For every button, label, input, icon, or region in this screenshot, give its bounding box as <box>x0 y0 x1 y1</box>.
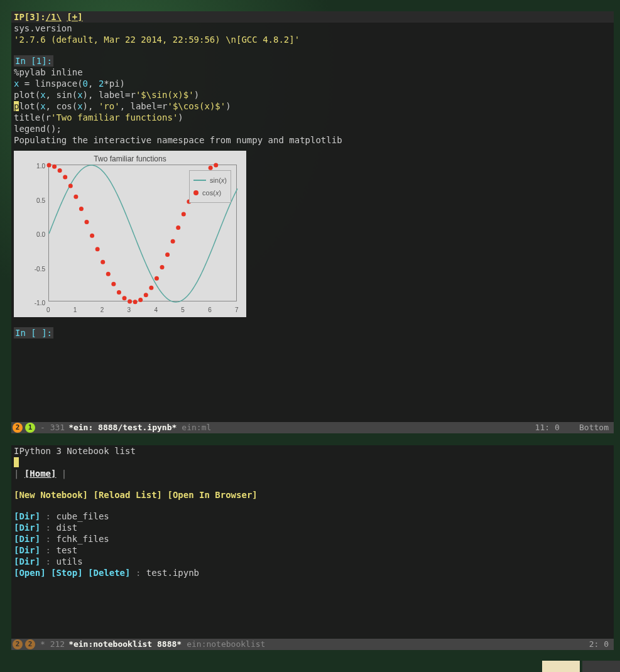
svg-point-6 <box>79 207 84 211</box>
x-tick: 4 <box>154 305 158 316</box>
dir-row: [Dir] : utils <box>14 556 611 567</box>
dir-name: test <box>56 545 77 555</box>
svg-point-23 <box>171 239 175 244</box>
y-tick: 0.0 <box>26 229 45 241</box>
dir-button[interactable]: [Dir] <box>14 523 40 533</box>
taskbar-button-1[interactable] <box>542 661 580 672</box>
open-in-browser-button[interactable]: [Open In Browser] <box>167 490 257 500</box>
dir-button[interactable]: [Dir] <box>14 545 40 555</box>
text-cursor-2 <box>14 457 19 467</box>
svg-point-3 <box>63 175 67 180</box>
x-tick: 5 <box>181 305 185 316</box>
taskbar-button-2[interactable] <box>582 661 620 672</box>
legend-sin: sin(x) <box>210 175 227 186</box>
file-open-button[interactable]: [Open] <box>14 568 46 578</box>
scroll-pos: Bottom <box>579 423 609 432</box>
svg-point-0 <box>47 163 52 168</box>
badge-warn: 2 <box>13 423 23 433</box>
cell1[interactable]: In [1]: %pylab inline x = linspace(0, 2*… <box>11 55 614 146</box>
svg-point-13 <box>117 290 121 295</box>
chart-legend: sin(x) cos(x) <box>189 170 231 203</box>
legend-line-icon <box>193 180 206 181</box>
svg-point-18 <box>144 293 148 297</box>
svg-point-4 <box>68 184 73 188</box>
svg-point-30 <box>209 166 213 170</box>
dir-name: fchk_files <box>56 534 109 544</box>
nblist-title: IPython 3 Notebook list <box>14 445 611 457</box>
buffer-name: *ein: 8888/test.ipynb* <box>68 422 177 433</box>
svg-point-9 <box>95 247 100 251</box>
major-mode: ein:ml <box>182 422 211 433</box>
dir-row: [Dir] : fchk_files <box>14 533 611 545</box>
dir-button[interactable]: [Dir] <box>14 511 40 521</box>
major-mode-2: ein:notebooklist <box>187 639 265 650</box>
tab-1[interactable]: /1\ <box>46 11 62 23</box>
svg-point-1 <box>52 165 57 169</box>
x-tick: 6 <box>208 305 212 316</box>
file-delete-button[interactable]: [Delete] <box>88 568 130 578</box>
svg-point-15 <box>128 299 132 303</box>
badge-warn-2: 2 <box>25 639 35 649</box>
file-name: test.ipynb <box>146 568 199 578</box>
svg-point-10 <box>101 260 105 264</box>
cell0-code: sys.version <box>14 23 611 34</box>
top-header: IP[3]: /1\ [+] <box>11 11 614 23</box>
chart-output: Two familiar functions sin(x) cos(x) -1.… <box>14 151 246 317</box>
dir-name: utils <box>56 556 82 566</box>
modeline-bottom: 2 2 * 212 *ein:notebooklist 8888* ein:no… <box>11 639 614 650</box>
cell0-result: '2.7.6 (default, Mar 22 2014, 22:59:56) … <box>14 34 611 45</box>
buffer-name-2: *ein:notebooklist 8888* <box>68 639 182 650</box>
reload-list-button[interactable]: [Reload List] <box>93 490 162 500</box>
svg-point-24 <box>176 225 180 230</box>
svg-point-17 <box>138 298 143 302</box>
taskbar <box>540 661 620 672</box>
dir-row: [Dir] : cube_files <box>14 511 611 522</box>
y-tick: 1.0 <box>26 161 45 172</box>
code-line: legend(); <box>14 123 611 134</box>
cursor-pos: 11: 0 <box>535 423 560 432</box>
x-tick: 3 <box>128 305 131 316</box>
file-stop-button[interactable]: [Stop] <box>51 568 83 578</box>
cell0-output: sys.version '2.7.6 (default, Mar 22 2014… <box>11 23 614 45</box>
svg-point-11 <box>106 272 111 276</box>
x-tick: 7 <box>235 305 239 316</box>
dir-name: cube_files <box>56 511 109 521</box>
new-notebook-button[interactable]: [New Notebook] <box>14 490 88 500</box>
legend-dot-icon <box>193 190 199 195</box>
svg-point-19 <box>149 286 153 290</box>
code-line: %pylab inline <box>14 67 611 78</box>
x-tick: 2 <box>101 305 104 316</box>
dir-button[interactable]: [Dir] <box>14 534 40 544</box>
svg-point-7 <box>85 220 89 224</box>
file-row: [Open] [Stop] [Delete] : test.ipynb <box>14 567 611 578</box>
dir-button[interactable]: [Dir] <box>14 556 40 566</box>
modeline-top: 2 1 - 331 *ein: 8888/test.ipynb* ein:ml … <box>11 422 614 433</box>
notebook-list-window: IPython 3 Notebook list | [Home] | [New … <box>11 445 614 650</box>
dir-row: [Dir] : test <box>14 545 611 556</box>
code-line: x = linspace(0, 2*pi) <box>14 78 611 89</box>
badge-warn: 2 <box>13 639 23 649</box>
y-tick: -1.0 <box>26 298 45 309</box>
code-line: title(r'Two familiar functions') <box>14 112 611 123</box>
svg-point-16 <box>133 300 138 304</box>
svg-point-8 <box>90 234 94 238</box>
svg-point-2 <box>58 168 62 173</box>
empty-cell[interactable]: In [ ]: <box>11 327 614 339</box>
x-tick: 1 <box>73 305 77 316</box>
chart-title: Two familiar functions <box>14 153 246 165</box>
svg-point-14 <box>122 296 127 300</box>
svg-point-12 <box>111 282 116 286</box>
cursor-pos-2: 2: 0 <box>589 639 609 649</box>
badge-ok: 1 <box>25 423 35 433</box>
x-tick: 0 <box>46 305 50 316</box>
tab-add[interactable]: [+] <box>67 11 82 23</box>
y-tick: 0.5 <box>26 195 45 207</box>
home-link[interactable]: [Home] <box>24 469 57 479</box>
svg-point-31 <box>214 163 218 168</box>
svg-point-5 <box>73 195 78 199</box>
legend-cos: cos(x) <box>202 187 221 198</box>
header-prefix: IP[3]: <box>14 11 46 23</box>
cell-prompt-1: In [1]: <box>14 55 53 67</box>
code-line: plot(x, sin(x), label=r'$\sin(x)$') <box>14 89 611 100</box>
y-tick: -0.5 <box>26 264 45 275</box>
